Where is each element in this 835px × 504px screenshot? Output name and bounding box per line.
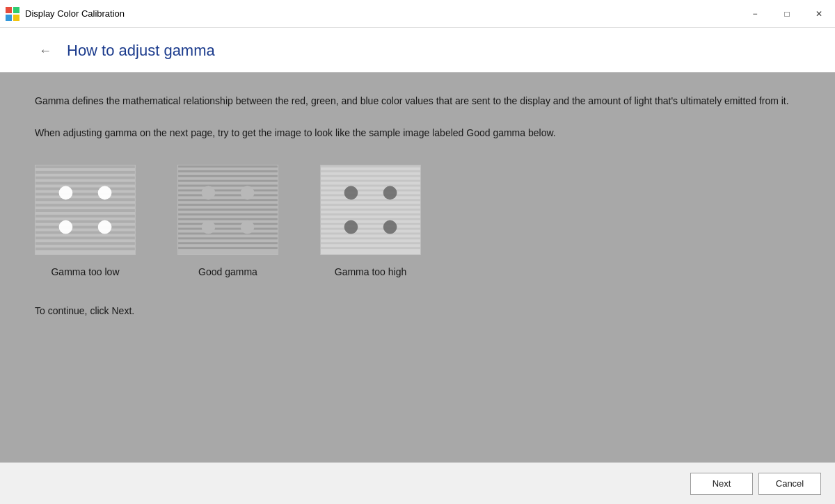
svg-rect-49	[321, 165, 420, 168]
svg-rect-40	[178, 232, 278, 234]
svg-rect-2	[6, 15, 12, 21]
svg-rect-13	[35, 209, 135, 212]
svg-rect-65	[321, 242, 420, 244]
svg-rect-27	[178, 170, 278, 172]
svg-rect-29	[178, 179, 278, 181]
titlebar-controls: − □ ✕	[739, 0, 835, 28]
svg-rect-37	[178, 218, 278, 220]
svg-point-47	[241, 220, 255, 234]
svg-rect-0	[6, 7, 12, 13]
main-content: Gamma defines the mathematical relations…	[0, 72, 835, 462]
page-title: How to adjust gamma	[67, 42, 215, 60]
svg-rect-64	[321, 237, 420, 239]
description-2: When adjusting gamma on the next page, t…	[35, 125, 800, 140]
svg-rect-18	[35, 236, 135, 239]
svg-rect-12	[35, 204, 135, 206]
svg-rect-53	[321, 184, 420, 186]
svg-rect-19	[35, 242, 135, 245]
gamma-label-high: Gamma too high	[335, 266, 407, 277]
svg-rect-60	[321, 218, 420, 220]
svg-rect-16	[35, 225, 135, 228]
svg-rect-26	[178, 165, 278, 168]
svg-rect-41	[178, 237, 278, 239]
svg-rect-1	[13, 7, 19, 13]
svg-point-70	[383, 220, 397, 234]
svg-point-45	[241, 186, 255, 200]
svg-rect-42	[178, 242, 278, 244]
svg-rect-52	[321, 179, 420, 181]
svg-point-23	[59, 220, 73, 234]
maximize-button[interactable]: □	[771, 0, 803, 28]
close-button[interactable]: ✕	[803, 0, 835, 28]
svg-rect-34	[178, 204, 278, 206]
svg-rect-59	[321, 213, 420, 216]
gamma-image-good	[177, 165, 278, 255]
svg-rect-43	[178, 247, 278, 249]
gamma-samples: Gamma too low	[35, 165, 800, 277]
gamma-sample-good: Good gamma	[177, 165, 278, 277]
svg-rect-50	[321, 170, 420, 172]
minimize-button[interactable]: −	[739, 0, 771, 28]
cancel-button[interactable]: Cancel	[758, 473, 821, 495]
header-area: ← How to adjust gamma	[0, 28, 835, 72]
description-1: Gamma defines the mathematical relations…	[35, 93, 800, 108]
titlebar: Display Color Calibration − □ ✕	[0, 0, 835, 28]
svg-rect-7	[35, 177, 135, 179]
svg-rect-56	[321, 199, 420, 201]
svg-rect-5	[35, 165, 135, 168]
svg-rect-28	[178, 175, 278, 177]
svg-point-67	[344, 186, 358, 200]
svg-rect-35	[178, 209, 278, 211]
gamma-sample-high: Gamma too high	[320, 165, 421, 277]
svg-point-46	[202, 220, 216, 234]
svg-rect-61	[321, 222, 420, 225]
gamma-image-low	[35, 165, 136, 255]
svg-rect-55	[321, 194, 420, 196]
svg-rect-11	[35, 198, 135, 201]
next-button[interactable]: Next	[690, 473, 753, 495]
svg-rect-17	[35, 231, 135, 234]
svg-rect-38	[178, 222, 278, 225]
svg-rect-3	[13, 15, 19, 21]
svg-rect-57	[321, 204, 420, 206]
svg-rect-51	[321, 175, 420, 177]
svg-point-44	[202, 186, 216, 200]
svg-point-24	[98, 220, 112, 234]
gamma-label-low: Gamma too low	[51, 266, 119, 277]
svg-rect-30	[178, 184, 278, 186]
svg-rect-31	[178, 189, 278, 191]
gamma-label-good: Good gamma	[198, 266, 257, 277]
svg-rect-36	[178, 213, 278, 216]
svg-rect-66	[321, 247, 420, 249]
svg-rect-8	[35, 181, 135, 184]
app-icon	[6, 7, 19, 21]
svg-rect-10	[35, 193, 135, 195]
svg-point-68	[383, 186, 397, 200]
svg-point-22	[98, 186, 112, 200]
back-button[interactable]: ←	[35, 43, 56, 58]
gamma-image-high	[320, 165, 421, 255]
svg-rect-54	[321, 189, 420, 191]
window-title: Display Color Calibration	[25, 8, 125, 19]
footer: Next Cancel	[0, 462, 835, 504]
svg-rect-9	[35, 187, 135, 190]
svg-rect-20	[35, 247, 135, 250]
gamma-sample-low: Gamma too low	[35, 165, 136, 277]
svg-rect-32	[178, 194, 278, 196]
svg-rect-14	[35, 215, 135, 218]
svg-rect-39	[178, 227, 278, 229]
svg-rect-62	[321, 227, 420, 229]
svg-rect-15	[35, 220, 135, 223]
titlebar-left: Display Color Calibration	[6, 7, 125, 21]
svg-rect-63	[321, 232, 420, 234]
continue-text: To continue, click Next.	[35, 305, 800, 316]
svg-rect-33	[178, 199, 278, 201]
svg-point-69	[344, 220, 358, 234]
svg-rect-58	[321, 209, 420, 211]
svg-point-21	[59, 186, 73, 200]
svg-rect-6	[35, 171, 135, 174]
